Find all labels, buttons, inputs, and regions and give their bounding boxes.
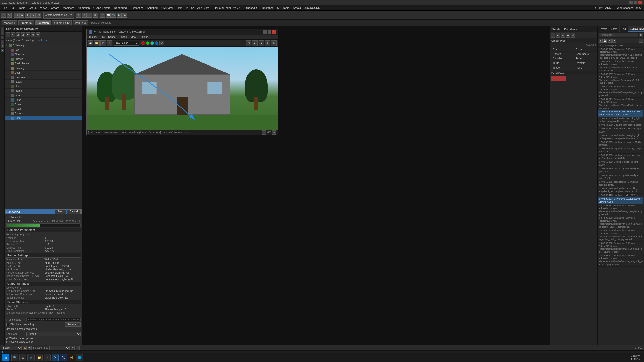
menu-graph-editors[interactable]: Graph Editors [92, 6, 112, 10]
scale-btn[interactable]: ⊡ [36, 13, 41, 18]
scene-item-gravel[interactable]: Gravel [5, 107, 82, 111]
log-tab-layers[interactable]: Layers [598, 26, 609, 32]
menu-3dground[interactable]: 3DGROUND [303, 6, 322, 10]
bend-color-swatch[interactable] [551, 76, 566, 81]
selection-set-select[interactable] [49, 346, 70, 350]
render-btn[interactable]: ▶ [117, 13, 122, 18]
mode-selection[interactable]: Selection [35, 20, 51, 25]
menu-help[interactable]: Help [175, 6, 184, 10]
taskbar-3dsmax-btn[interactable]: M [52, 354, 59, 361]
menu-vray[interactable]: V-Ray [184, 6, 195, 10]
vray-modify-btn[interactable]: ⚙ [556, 33, 560, 38]
scene-item-glass[interactable]: Glass [5, 98, 82, 102]
scene-collapse-btn[interactable]: ⊟ [21, 32, 25, 37]
vfb-zoom-in[interactable]: + [272, 130, 276, 135]
redo-btn[interactable]: ↪ [7, 13, 12, 18]
vfb-menu-view[interactable]: View [129, 35, 138, 39]
vfb-reset-btn[interactable]: ↺ [159, 41, 164, 45]
scene-list[interactable]: ▼ 0 (default) Back Blueprint Bushes Chai… [5, 43, 82, 209]
obj-box[interactable]: Box [551, 48, 573, 52]
taskbar-start-btn[interactable]: ⊞ [2, 354, 9, 361]
timeline-lock-btn[interactable]: 🔒 [23, 346, 27, 350]
menu-file[interactable]: File [1, 6, 9, 10]
scene-item-chain-fence[interactable]: Chain Fence [5, 61, 82, 66]
log-scroll-top-btn[interactable]: ↑ [639, 39, 643, 43]
color-dot-teal[interactable] [150, 41, 154, 45]
obj-cylinder[interactable]: Cylinder [551, 57, 573, 61]
vfb-stop-render-btn[interactable]: ■ [259, 40, 264, 46]
vfb-zoom-out[interactable]: − [262, 130, 266, 135]
log-filter-btn[interactable]: ▼ [612, 39, 616, 43]
scene-item-chimney[interactable]: Chimney [5, 66, 82, 71]
menu-filepath[interactable]: FilePathFinder Pro v.4 [211, 6, 242, 10]
scene-tab-customize[interactable]: Customize [24, 27, 38, 30]
curve-editor-btn[interactable]: 📈 [106, 13, 111, 18]
scene-item-frame[interactable]: Frame [5, 89, 82, 93]
obj-teapot[interactable]: Teapot [551, 66, 573, 70]
vray-create-btn[interactable]: + [551, 33, 555, 38]
move-btn[interactable]: ✛ [25, 13, 30, 18]
vfb-menu-history[interactable]: History [88, 35, 99, 39]
scene-item-back[interactable]: Back [5, 48, 82, 52]
vfb-channel-select[interactable]: RGB color [114, 41, 139, 46]
rotate-btn[interactable]: ↻ [30, 13, 36, 18]
obj-cone[interactable]: Cone [574, 48, 597, 52]
obj-plane[interactable]: Plane [574, 66, 597, 70]
scene-tab-display[interactable]: Display [13, 27, 23, 30]
utilities-icon[interactable]: 🔧 [1, 49, 4, 52]
scene-filter-btn[interactable]: ▼ [26, 32, 30, 37]
menu-views[interactable]: Views [39, 6, 49, 10]
maximize-btn[interactable]: □ [634, 1, 637, 4]
scene-item-0default[interactable]: ▼ 0 (default) [5, 43, 82, 48]
taskbar-chrome-btn[interactable]: 🌐 [76, 354, 83, 361]
proxy-preview-label[interactable]: Proxy preview cache [9, 340, 33, 343]
log-tab-collaboration[interactable]: Collaboration [628, 26, 644, 32]
menu-modifiers[interactable]: Modifiers [61, 6, 76, 10]
scene-tab-edit[interactable]: Edit [6, 27, 11, 30]
menu-edit[interactable]: Edit [9, 6, 17, 10]
log-content[interactable]: Error, warnings and info... [17:03:49.34… [598, 43, 644, 345]
snap-angle-btn[interactable]: ∠ [82, 13, 87, 18]
menu-customize[interactable]: Customize [129, 6, 145, 10]
align-btn[interactable]: ≡ [93, 13, 98, 18]
taskbar-edge-btn[interactable]: e [27, 354, 35, 361]
vray-hierarchy-btn[interactable]: ⊞ [561, 33, 565, 38]
scene-item-blueprint[interactable]: Blueprint [5, 52, 82, 57]
vfb-minimize-btn[interactable]: ─ [263, 30, 267, 34]
color-dot-green[interactable] [146, 41, 149, 45]
render-stop-btn[interactable]: Stop [55, 209, 66, 214]
settings-btn[interactable]: Settings... [65, 322, 81, 327]
vfb-paste-btn[interactable]: ⎗ [107, 40, 112, 46]
mode-freeform[interactable]: Freeform [18, 20, 34, 25]
user-select[interactable]: Bobby [2, 346, 22, 350]
select-region-btn[interactable]: ▣ [19, 13, 24, 18]
vfb-maximize-btn[interactable]: □ [268, 30, 271, 34]
mode-populate[interactable]: Populate [73, 20, 88, 25]
color-dot-red[interactable] [141, 41, 145, 45]
create-icon[interactable]: + [1, 27, 4, 31]
menu-app-store[interactable]: App Store [196, 6, 211, 10]
undo-btn[interactable]: ↩ [1, 13, 6, 18]
taskbar-ps-btn[interactable]: Ps [60, 354, 67, 361]
vfb-lens-btn[interactable]: 🔍 [271, 40, 277, 46]
modify-icon[interactable]: ⚙ [1, 31, 4, 35]
scene-delete-btn[interactable]: × [11, 32, 15, 37]
language-select[interactable]: Default [26, 332, 81, 336]
scene-item-door[interactable]: Door [5, 71, 82, 75]
timeline-camera-btn[interactable]: 📷 [28, 346, 32, 350]
scene-options-btn[interactable]: ⚙ [31, 32, 35, 37]
scene-create-btn[interactable]: + [6, 32, 10, 37]
tiled-textures-label[interactable]: Tiled textures options [9, 337, 33, 340]
menu-workspaces[interactable]: Workspaces: Bobby [615, 6, 643, 10]
menu-rendering[interactable]: Rendering [113, 6, 128, 10]
obj-torus[interactable]: Torus [551, 61, 573, 65]
taskbar-mail-btn[interactable]: ✉ [44, 354, 51, 361]
menu-animation[interactable]: Animation [76, 6, 91, 10]
log-save-btn[interactable]: 💾 [603, 39, 607, 43]
menu-arnold[interactable]: Arnold [291, 6, 302, 10]
log-clear-btn[interactable]: × [608, 39, 612, 43]
motion-icon[interactable]: ▶ [1, 40, 4, 44]
vray-display-btn[interactable]: 👁 [571, 33, 575, 38]
snap-btn[interactable]: ⊕ [76, 13, 81, 18]
vfb-close-btn[interactable]: ✕ [272, 30, 276, 34]
